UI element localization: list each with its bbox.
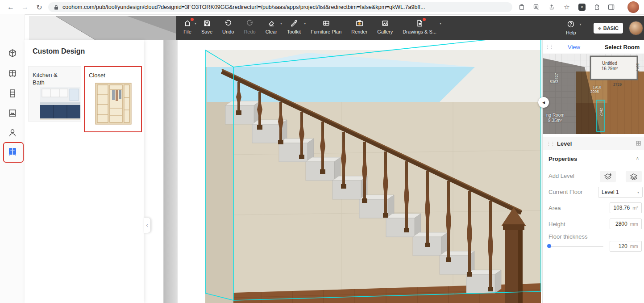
reload-button[interactable]: ↻: [34, 2, 45, 13]
newel-post: [501, 207, 526, 303]
render-icon: [355, 19, 364, 28]
dim-mid-b: 2098: [590, 89, 599, 94]
tab-view[interactable]: View: [552, 40, 596, 54]
coohom-app: ← → ↻ coohom.com/pub/tool/yundesign/clou…: [0, 0, 644, 303]
back-button[interactable]: ←: [5, 2, 16, 13]
file-button[interactable]: File ▾: [183, 19, 191, 34]
floor-thickness-slider-handle[interactable]: [547, 244, 551, 248]
dim-mid-c: 2729: [613, 82, 622, 87]
extension-badge-icon[interactable]: ×: [578, 3, 586, 11]
ceiling-wedge: [29, 16, 177, 40]
floor-thickness-slider-track[interactable]: [549, 246, 603, 247]
render-button[interactable]: Render: [351, 19, 367, 34]
collapse-section-icon[interactable]: ∧: [636, 156, 639, 160]
url-text: coohom.com/pub/tool/yundesign/cloud?desi…: [62, 4, 504, 10]
file-icon: [183, 19, 191, 28]
chevron-down-icon: ▾: [440, 21, 441, 25]
floorplan-minimap[interactable]: 2627 5363 Untitled 16.29m² 1918 2098 272…: [543, 54, 644, 134]
dim-left-horizontal: 5363: [550, 80, 558, 84]
drawings-icon: [415, 19, 424, 28]
gallery-icon: [381, 19, 389, 28]
drawings-button[interactable]: Drawings & S... ▾: [403, 19, 436, 34]
tab-select-room[interactable]: Select Room: [600, 40, 644, 54]
lock-icon: [54, 4, 59, 10]
furniture-plan-button[interactable]: Furniture Plan: [311, 19, 341, 34]
minimap-collapse-button[interactable]: ◀: [538, 97, 549, 108]
clear-icon: [267, 19, 275, 28]
wall-corner: [164, 40, 177, 303]
floor-thickness-input[interactable]: 120 mm: [610, 241, 642, 252]
height-label: Height: [548, 221, 565, 227]
undo-icon: [224, 19, 232, 28]
help-icon: [567, 20, 575, 29]
add-level-button[interactable]: [600, 171, 616, 182]
account-button[interactable]: [6, 126, 19, 139]
furniture-plan-icon: [322, 19, 330, 28]
share-icon[interactable]: [548, 3, 556, 11]
save-button[interactable]: Save: [201, 19, 212, 34]
dim-stair-vertical: 2342: [599, 108, 603, 117]
notification-dot: [191, 18, 194, 21]
floor-thickness-label: Floor thickness: [548, 233, 587, 240]
decor-tool-button[interactable]: [6, 106, 19, 120]
dim-mid-a: 1918: [593, 85, 601, 89]
help-button[interactable]: Help ▾: [566, 20, 576, 35]
modeling-tool-button[interactable]: [6, 46, 19, 60]
level-panel-header: ⋮⋮ Level: [543, 137, 644, 150]
diamond-icon: ◆: [598, 26, 601, 30]
closet-card[interactable]: Closet: [84, 66, 142, 132]
browser-profile-avatar[interactable]: [627, 1, 639, 13]
forward-button[interactable]: →: [20, 2, 30, 13]
closet-thumbnail: [93, 81, 134, 127]
user-avatar[interactable]: [629, 21, 643, 35]
copy-level-button[interactable]: [626, 171, 642, 182]
level-panel-menu-icon[interactable]: [636, 139, 641, 147]
room2-name: ng Room: [546, 113, 565, 118]
left-toolbar: [0, 14, 25, 303]
area-input[interactable]: 103.76 m²: [610, 202, 642, 213]
kitchen-bath-card[interactable]: Kitchen & Bath: [28, 66, 81, 122]
properties-label: Properties: [548, 156, 577, 162]
current-floor-label: Current Floor: [548, 189, 583, 195]
translate-icon[interactable]: [532, 3, 540, 11]
extensions-puzzle-icon[interactable]: [592, 3, 600, 11]
custom-design-panel: Custom Design Kitchen & Bath Closet: [25, 40, 144, 303]
chevron-down-icon: ▾: [580, 22, 582, 26]
height-input[interactable]: 2800 mm: [610, 219, 642, 229]
level-title: Level: [557, 140, 572, 147]
redo-icon: [246, 19, 254, 28]
bookmark-star-icon[interactable]: ☆: [563, 3, 571, 11]
chevron-down-icon: ▾: [195, 21, 196, 25]
bath-tool-button[interactable]: [6, 67, 19, 80]
clear-button[interactable]: Clear ▾: [266, 19, 277, 34]
panel-title: Custom Design: [33, 47, 85, 55]
undo-button[interactable]: Undo: [222, 19, 234, 34]
redo-button[interactable]: Redo: [244, 19, 255, 34]
reading-list-icon[interactable]: [518, 3, 526, 11]
add-level-label: Add Level: [548, 173, 574, 179]
current-floor-select[interactable]: Level 1 ▾: [598, 187, 643, 198]
room2-area: 9.35m²: [548, 118, 562, 123]
dim-right-vertical: 3047: [636, 63, 640, 72]
save-icon: [203, 19, 211, 28]
custom-design-tool-button[interactable]: [6, 145, 19, 158]
toolkit-button[interactable]: Toolkit ▾: [287, 19, 301, 34]
chevron-down-icon: ▾: [637, 190, 639, 194]
toolkit-icon: [290, 19, 298, 28]
room-area: 16.29m²: [590, 66, 630, 71]
kitchen-thumbnail: [40, 87, 80, 120]
wall-tool-button[interactable]: [6, 87, 19, 100]
right-panel: ⋮⋮ View Select Room: [542, 40, 644, 303]
gallery-button[interactable]: Gallery: [377, 19, 393, 34]
view-tabbar: ⋮⋮ View Select Room: [543, 40, 644, 54]
chevron-down-icon: ▾: [280, 21, 282, 25]
plan-badge[interactable]: ◆ BASIC: [594, 23, 623, 34]
area-label: Area: [548, 205, 561, 211]
panel-collapse-handle[interactable]: ‹: [144, 218, 150, 233]
room-name: Untitled: [590, 61, 630, 66]
side-panel-icon[interactable]: [607, 3, 615, 11]
address-bar[interactable]: coohom.com/pub/tool/yundesign/cloud?desi…: [48, 2, 512, 12]
level-drag-handle[interactable]: ⋮⋮: [546, 141, 554, 147]
browser-bar: ← → ↻ coohom.com/pub/tool/yundesign/clou…: [0, 0, 644, 15]
chevron-down-icon: ▾: [304, 21, 306, 25]
